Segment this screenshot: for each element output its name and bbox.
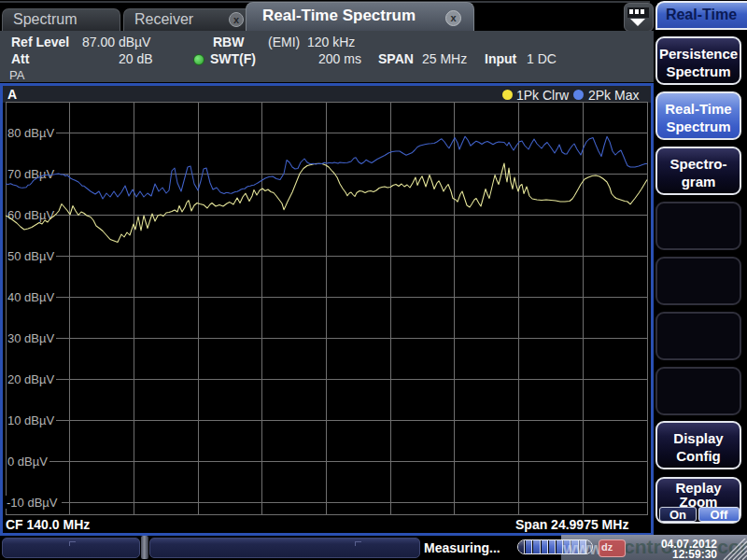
- svg-text:30 dBµV: 30 dBµV: [7, 331, 54, 345]
- svg-text:20 dBµV: 20 dBµV: [7, 372, 54, 386]
- svg-text:40 dBµV: 40 dBµV: [7, 290, 54, 304]
- svg-text:70 dBµV: 70 dBµV: [7, 167, 54, 181]
- svg-text:-10 dBµV: -10 dBµV: [7, 496, 58, 510]
- svg-text:50 dBµV: 50 dBµV: [7, 249, 54, 263]
- svg-text:80 dBµV: 80 dBµV: [7, 126, 54, 140]
- svg-text:0 dBµV: 0 dBµV: [7, 455, 48, 469]
- svg-text:10 dBµV: 10 dBµV: [7, 413, 54, 427]
- svg-text:60 dBµV: 60 dBµV: [7, 208, 54, 222]
